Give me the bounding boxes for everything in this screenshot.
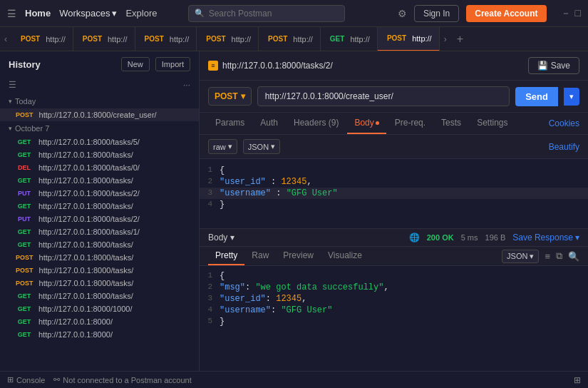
- list-item[interactable]: GET http://127.0.0.1:8000/tasks/: [0, 174, 199, 187]
- list-item[interactable]: POST http://127.0.0.1:8000/tasks/: [0, 277, 199, 290]
- search-icon-button[interactable]: 🔍: [568, 251, 579, 262]
- status-connection[interactable]: ⚯ Not connected to a Postman account: [53, 375, 191, 384]
- tab-item-5[interactable]: POST http://: [259, 27, 321, 51]
- layout-icon[interactable]: ⊞: [574, 375, 581, 385]
- tab-item-7-active[interactable]: POST http://: [378, 27, 440, 51]
- method-badge: POST: [14, 111, 35, 119]
- tab-url: http://: [232, 35, 252, 44]
- tabs-next-button[interactable]: ›: [440, 34, 451, 44]
- tab-auth[interactable]: Auth: [253, 113, 285, 134]
- list-item[interactable]: PUT http://127.0.0.1:8000/tasks/2/: [0, 213, 199, 225]
- tab-visualize[interactable]: Visualize: [321, 247, 369, 265]
- response-format-selector[interactable]: JSON ▾: [502, 250, 539, 263]
- item-url: http://127.0.0.1:8000/tasks/: [38, 150, 133, 159]
- tab-settings[interactable]: Settings: [470, 113, 515, 134]
- new-button[interactable]: New: [121, 57, 150, 71]
- method-badge: PUT: [14, 189, 34, 198]
- copy-icon-button[interactable]: ⧉: [556, 250, 562, 262]
- cookies-link[interactable]: Cookies: [549, 118, 579, 128]
- list-item[interactable]: GET http://127.0.0.1:8000/: [0, 315, 199, 328]
- hamburger-icon[interactable]: ☰: [7, 8, 16, 19]
- item-url: http://127.0.0.1:8000/tasks/0/: [38, 163, 140, 172]
- tabs-bar: ‹ POST http:// POST http:// POST http://…: [0, 27, 588, 51]
- list-icon-button[interactable]: ≡: [545, 251, 550, 262]
- tab-item-2[interactable]: POST http://: [73, 27, 135, 51]
- filter-icon[interactable]: ☰: [9, 80, 16, 90]
- workspaces-nav-item[interactable]: Workspaces ▾: [59, 8, 117, 19]
- explore-nav-item[interactable]: Explore: [125, 8, 157, 19]
- method-badge: GET: [14, 150, 34, 159]
- sidebar-actions: New Import: [121, 57, 190, 71]
- search-input[interactable]: [209, 9, 339, 19]
- request-body-code-editor[interactable]: 1 { 2 "user_id" : 12345, 3 "username" : …: [200, 159, 588, 228]
- maximize-button[interactable]: □: [575, 7, 581, 20]
- tab-body[interactable]: Body: [347, 113, 386, 134]
- tab-prereq[interactable]: Pre-req.: [388, 113, 433, 134]
- tab-url: http://: [350, 35, 370, 44]
- method-badge: GET: [14, 228, 34, 236]
- tab-headers[interactable]: Headers (9): [287, 113, 346, 134]
- save-response-button[interactable]: Save Response ▾: [512, 233, 579, 242]
- beautify-button[interactable]: Beautify: [549, 142, 579, 152]
- chevron-down-icon: ▾: [228, 142, 232, 151]
- list-item[interactable]: GET http://127.0.0.1:8000/tasks/: [0, 148, 199, 161]
- json-format-selector[interactable]: JSON ▾: [243, 139, 280, 154]
- response-panel: Body ▾ 🌐 200 OK 5 ms 196 B Save Response…: [200, 228, 588, 371]
- tab-method-badge: POST: [266, 34, 289, 44]
- list-item[interactable]: POST http://127.0.0.1:8000/tasks/: [0, 264, 199, 277]
- list-item[interactable]: POST http://127.0.0.1:8000/create_user/: [0, 108, 199, 121]
- send-button[interactable]: Send: [515, 87, 558, 106]
- tab-params[interactable]: Params: [208, 113, 252, 134]
- list-item[interactable]: GET http://127.0.0.1:8000/tasks/5/: [0, 136, 199, 148]
- request-url-title: http://127.0.0.1:8000/tasks/2/: [222, 61, 333, 71]
- october-section-label[interactable]: ▾ October 7: [0, 121, 199, 136]
- tab-item-1[interactable]: POST http://: [11, 27, 73, 51]
- chevron-down-icon: ▾: [241, 91, 245, 101]
- url-input[interactable]: [257, 86, 510, 106]
- search-bar[interactable]: 🔍: [188, 5, 345, 22]
- top-nav: ☰ Home Workspaces ▾ Explore 🔍 ⚙ Sign In …: [0, 0, 588, 27]
- list-item[interactable]: PUT http://127.0.0.1:8000/tasks/2/: [0, 187, 199, 200]
- create-account-button[interactable]: Create Account: [466, 5, 546, 22]
- url-bar: POST ▾ Send ▾: [200, 81, 588, 113]
- import-button[interactable]: Import: [155, 57, 190, 71]
- save-button[interactable]: 💾 Save: [528, 57, 579, 74]
- tab-pretty[interactable]: Pretty: [208, 247, 244, 265]
- status-bar: ⊞ Console ⚯ Not connected to a Postman a…: [0, 371, 588, 388]
- signin-button[interactable]: Sign In: [414, 5, 459, 22]
- method-selector[interactable]: POST ▾: [208, 87, 252, 106]
- tab-preview[interactable]: Preview: [276, 247, 321, 265]
- more-options-icon[interactable]: ···: [183, 80, 190, 90]
- today-section-label[interactable]: ▾ Today: [0, 94, 199, 108]
- send-dropdown-button[interactable]: ▾: [564, 88, 579, 106]
- tab-tests[interactable]: Tests: [434, 113, 468, 134]
- tab-item-4[interactable]: POST http://: [197, 27, 259, 51]
- code-line: 5 }: [200, 316, 588, 327]
- list-item[interactable]: GET http://127.0.0.1:8000/tasks/: [0, 290, 199, 302]
- settings-icon[interactable]: ⚙: [398, 8, 407, 19]
- list-item[interactable]: DEL http://127.0.0.1:8000/tasks/0/: [0, 161, 199, 174]
- new-tab-button[interactable]: +: [451, 33, 469, 46]
- list-item[interactable]: GET http://127.0.0.1:8000/tasks/: [0, 200, 199, 213]
- item-url: http://127.0.0.1:8000/tasks/: [39, 279, 134, 287]
- raw-format-selector[interactable]: raw ▾: [208, 139, 237, 154]
- sidebar: History New Import ☰ ··· ▾ Today POST ht…: [0, 51, 200, 371]
- status-console[interactable]: ⊞ Console: [7, 375, 45, 384]
- list-item[interactable]: GET http://127.0.0.1:8000/tasks/: [0, 238, 199, 251]
- item-url: http://127.0.0.1:8000/1000/: [38, 305, 133, 313]
- response-toolbar: JSON ▾ ≡ ⧉ 🔍: [502, 250, 579, 263]
- nav-actions: ⚙ Sign In Create Account: [398, 5, 547, 22]
- tab-item-6[interactable]: GET http://: [321, 27, 378, 51]
- list-item[interactable]: GET http://127.0.0.1:8000/tasks/1/: [0, 225, 199, 238]
- tabs-prev-button[interactable]: ‹: [0, 34, 11, 44]
- list-item[interactable]: GET http://127.0.0.1:8000/: [0, 328, 199, 341]
- code-line: 2 "msg": "we got data succesfully",: [200, 282, 588, 293]
- tab-item-3[interactable]: POST http://: [135, 27, 197, 51]
- home-nav-item[interactable]: Home: [25, 8, 51, 19]
- list-item[interactable]: POST http://127.0.0.1:8000/tasks/: [0, 251, 199, 264]
- item-url: http://127.0.0.1:8000/tasks/2/: [38, 189, 140, 198]
- tab-raw[interactable]: Raw: [244, 247, 276, 265]
- minimize-button[interactable]: －: [561, 7, 571, 20]
- list-item[interactable]: GET http://127.0.0.1:8000/1000/: [0, 302, 199, 315]
- tab-method-badge: POST: [204, 34, 227, 44]
